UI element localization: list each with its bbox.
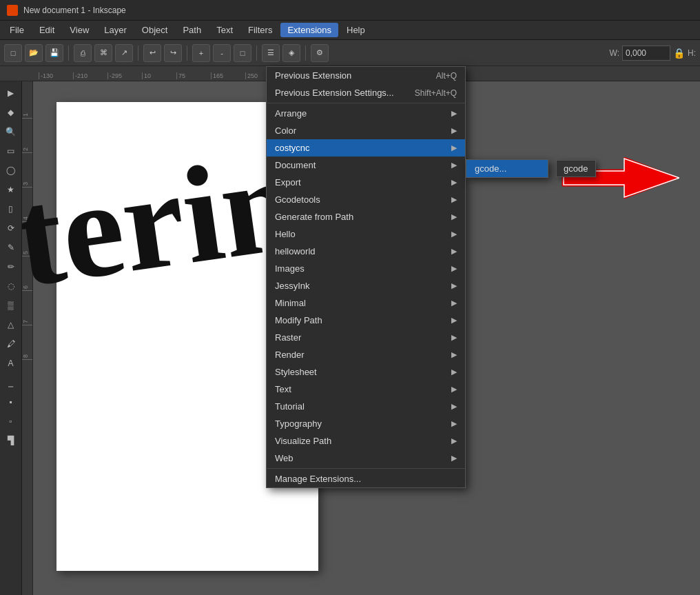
menu-ext-typography-arrow: ▶ xyxy=(451,419,457,428)
tool-rect[interactable]: ▭ xyxy=(2,142,20,160)
tb-align[interactable]: ☰ xyxy=(262,44,280,62)
menu-ext-hello-label: Hello xyxy=(275,229,296,239)
menu-text[interactable]: Text xyxy=(209,23,240,37)
menu-ext-typography[interactable]: Typography ▶ xyxy=(267,415,465,432)
menu-path[interactable]: Path xyxy=(176,23,208,37)
tool-connector[interactable]: ⎯ xyxy=(2,374,20,392)
ruler-left-2: 2 xyxy=(22,119,32,153)
tool-spray[interactable]: ▪ xyxy=(2,393,20,411)
menu-ext-tutorial-label: Tutorial xyxy=(275,401,305,412)
tb-open[interactable]: 📂 xyxy=(25,44,43,62)
menu-ext-previous[interactable]: Previous Extension Alt+Q xyxy=(267,67,465,84)
menu-ext-tutorial[interactable]: Tutorial ▶ xyxy=(267,398,465,415)
menu-ext-minimal[interactable]: Minimal ▶ xyxy=(267,294,465,312)
menu-ext-render-label: Render xyxy=(275,350,305,360)
menu-ext-hello[interactable]: Hello ▶ xyxy=(267,225,465,243)
menu-ext-generate-from-path-label: Generate from Path xyxy=(275,212,353,222)
menu-file[interactable]: File xyxy=(3,23,31,37)
menu-ext-gcodetools[interactable]: Gcodetools ▶ xyxy=(267,191,465,208)
menu-ext-modify-path[interactable]: Modify Path ▶ xyxy=(267,312,465,329)
menu-ext-visualize-path[interactable]: Visualize Path ▶ xyxy=(267,432,465,450)
w-input[interactable] xyxy=(622,46,670,61)
menu-ext-previous-settings[interactable]: Previous Extension Settings... Shift+Alt… xyxy=(267,84,465,101)
menu-ext-previous-settings-label: Previous Extension Settings... xyxy=(275,88,394,98)
tool-text[interactable]: A xyxy=(2,354,20,372)
menu-ext-previous-settings-shortcut: Shift+Alt+Q xyxy=(415,88,457,98)
tb-zoom-fit[interactable]: □ xyxy=(234,44,251,62)
menu-ext-stylesheet-arrow: ▶ xyxy=(451,367,457,376)
menu-ext-modify-path-arrow: ▶ xyxy=(451,316,457,325)
menu-ext-hello-arrow: ▶ xyxy=(451,230,457,239)
menu-ext-document[interactable]: Document ▶ xyxy=(267,157,465,174)
costycnc-gcode-label: gcode... xyxy=(475,163,506,174)
menu-ext-images[interactable]: Images ▶ xyxy=(267,260,465,277)
menu-ext-export[interactable]: Export ▶ xyxy=(267,174,465,191)
app-icon xyxy=(7,5,18,16)
menu-ext-helloworld-label: helloworld xyxy=(275,246,316,256)
menu-ext-render[interactable]: Render ▶ xyxy=(267,346,465,363)
tb-save[interactable]: 💾 xyxy=(45,44,63,62)
menu-filters[interactable]: Filters xyxy=(241,23,279,37)
tb-zoom-in[interactable]: + xyxy=(192,44,210,62)
tool-spiral[interactable]: ⟳ xyxy=(2,219,20,237)
menu-ext-costycnc[interactable]: costycnc ▶ xyxy=(267,139,465,157)
tb-snap[interactable]: ⚙ xyxy=(311,44,329,62)
menu-object[interactable]: Object xyxy=(135,23,175,37)
tb-nodes[interactable]: ◈ xyxy=(282,44,300,62)
tool-bucket[interactable]: ▒ xyxy=(2,296,20,314)
tb-export[interactable]: ↗ xyxy=(115,44,133,62)
tool-3d[interactable]: ▯ xyxy=(2,200,20,218)
costycnc-gcode-item[interactable]: gcode... xyxy=(466,160,548,177)
tool-smudge[interactable]: ▜ xyxy=(2,432,20,450)
menu-ext-minimal-arrow: ▶ xyxy=(451,299,457,307)
menu-ext-generate-from-path[interactable]: Generate from Path ▶ xyxy=(267,208,465,225)
menu-ext-jessyink[interactable]: JessyInk ▶ xyxy=(267,277,465,294)
menu-ext-render-arrow: ▶ xyxy=(451,350,457,359)
menu-ext-arrange[interactable]: Arrange ▶ xyxy=(267,105,465,122)
tb-zoom-out[interactable]: - xyxy=(213,44,231,62)
tool-pencil[interactable]: ✎ xyxy=(2,239,20,256)
tool-gradient[interactable]: △ xyxy=(2,316,20,334)
menu-extensions[interactable]: Extensions xyxy=(280,23,338,37)
tb-import[interactable]: ⌘ xyxy=(94,44,112,62)
menu-ext-color-arrow: ▶ xyxy=(451,126,457,135)
menu-ext-raster[interactable]: Raster ▶ xyxy=(267,329,465,346)
menu-ext-gcodetools-arrow: ▶ xyxy=(451,195,457,204)
h-label: H: xyxy=(688,48,696,58)
menu-ext-text-arrow: ▶ xyxy=(451,385,457,394)
tb-print[interactable]: ⎙ xyxy=(74,44,92,62)
tool-star[interactable]: ★ xyxy=(2,181,20,199)
menu-ext-color-label: Color xyxy=(275,125,296,136)
tool-eraser[interactable]: ▫ xyxy=(2,412,20,430)
menu-layer[interactable]: Layer xyxy=(97,23,134,37)
tool-pen[interactable]: ✏ xyxy=(2,258,20,276)
tool-panel: ▶ ◆ 🔍 ▭ ◯ ★ ▯ ⟳ ✎ ✏ ◌ ▒ △ 🖍 A ⎯ ▪ ▫ ▜ xyxy=(0,81,22,595)
ruler-mark-1: -130 xyxy=(39,72,73,79)
menu-ext-color[interactable]: Color ▶ xyxy=(267,122,465,139)
tool-ellipse[interactable]: ◯ xyxy=(2,161,20,179)
tool-select[interactable]: ▶ xyxy=(2,84,20,102)
menu-view[interactable]: View xyxy=(63,23,96,37)
menu-ext-web[interactable]: Web ▶ xyxy=(267,450,465,467)
menu-ext-document-arrow: ▶ xyxy=(451,161,457,170)
menu-ext-stylesheet[interactable]: Stylesheet ▶ xyxy=(267,363,465,381)
menu-ext-helloworld[interactable]: helloworld ▶ xyxy=(267,243,465,260)
tb-redo[interactable]: ↪ xyxy=(164,44,182,62)
ruler-mark-2: -210 xyxy=(73,72,107,79)
menu-help[interactable]: Help xyxy=(340,23,372,37)
tool-node[interactable]: ◆ xyxy=(2,103,20,121)
menu-ext-manage-extensions[interactable]: Manage Extensions... xyxy=(267,470,465,487)
menu-ext-visualize-path-arrow: ▶ xyxy=(451,436,457,445)
menu-ext-text[interactable]: Text ▶ xyxy=(267,381,465,398)
tool-zoom[interactable]: 🔍 xyxy=(2,123,20,141)
tb-new[interactable]: □ xyxy=(4,44,22,62)
tool-calligraphy[interactable]: ◌ xyxy=(2,277,20,295)
tool-eyedropper[interactable]: 🖍 xyxy=(2,335,20,353)
tb-undo[interactable]: ↩ xyxy=(143,44,161,62)
menu-edit[interactable]: Edit xyxy=(32,23,61,37)
w-label: W: xyxy=(610,48,619,58)
ruler-left-8: 8 xyxy=(22,325,32,360)
costycnc-submenu-wrapper: gcode... gcode xyxy=(466,66,548,488)
ruler-mark-6: 165 xyxy=(211,72,245,79)
toolbar-coords: W: 🔒 H: xyxy=(610,46,696,61)
